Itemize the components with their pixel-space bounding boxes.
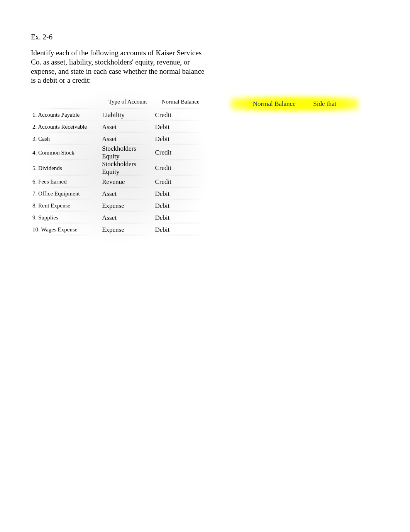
table-header-row: Type of Account Normal Balance [32, 94, 206, 109]
cell-balance: Debit [155, 133, 206, 145]
cell-type: Stockholders Equity [102, 145, 153, 160]
table-row: 10. Wages Expense Expense Debit [32, 224, 206, 236]
header-type: Type of Account [102, 94, 153, 109]
cell-balance: Debit [155, 121, 206, 133]
note-equals: = [303, 100, 307, 108]
cell-balance: Credit [155, 145, 206, 160]
accounts-table: Type of Account Normal Balance 1. Accoun… [31, 94, 208, 236]
cell-account: 4. Common Stock [32, 145, 100, 160]
note-right: Side that [313, 100, 336, 108]
cell-account: 8. Rent Expense [32, 200, 100, 212]
cell-type: Asset [102, 121, 153, 133]
cell-account: 1. Accounts Payable [32, 109, 100, 121]
table-row: 8. Rent Expense Expense Debit [32, 200, 206, 212]
table-row: 3. Cash Asset Debit [32, 133, 206, 145]
cell-account: 3. Cash [32, 133, 100, 145]
cell-account: 6. Fees Earned [32, 176, 100, 188]
table-row: 4. Common Stock Stockholders Equity Cred… [32, 145, 206, 160]
cell-type: Liability [102, 109, 153, 121]
header-balance: Normal Balance [155, 94, 206, 109]
cell-account: 9. Supplies [32, 212, 100, 224]
cell-type: Asset [102, 212, 153, 224]
table-row: 9. Supplies Asset Debit [32, 212, 206, 224]
cell-balance: Debit [155, 212, 206, 224]
cell-balance: Credit [155, 160, 206, 176]
accounts-table-wrap: Type of Account Normal Balance 1. Accoun… [31, 92, 208, 240]
table-row: 1. Accounts Payable Liability Credit [32, 109, 206, 121]
cell-account: 2. Accounts Receivable [32, 121, 100, 133]
table-row: 2. Accounts Receivable Asset Debit [32, 121, 206, 133]
cell-balance: Debit [155, 188, 206, 200]
note-left: Normal Balance [253, 100, 296, 108]
cell-type: Asset [102, 133, 153, 145]
header-account [32, 94, 100, 109]
cell-type: Stockholders Equity [102, 160, 153, 176]
cell-balance: Credit [155, 109, 206, 121]
cell-account: 5. Dividends [32, 160, 100, 176]
cell-type: Revenue [102, 176, 153, 188]
exercise-instructions: Identify each of the following accounts … [31, 48, 208, 85]
cell-account: 7. Office Equipment [32, 188, 100, 200]
table-body: 1. Accounts Payable Liability Credit 2. … [32, 109, 206, 236]
cell-balance: Debit [155, 200, 206, 212]
exercise-content: Ex. 2-6 Identify each of the following a… [31, 33, 208, 240]
cell-type: Asset [102, 188, 153, 200]
cell-account: 10. Wages Expense [32, 224, 100, 236]
table-row: 7. Office Equipment Asset Debit [32, 188, 206, 200]
table-row: 5. Dividends Stockholders Equity Credit [32, 160, 206, 176]
side-note-highlight: Normal Balance = Side that [231, 97, 358, 111]
exercise-title: Ex. 2-6 [31, 33, 208, 41]
cell-type: Expense [102, 224, 153, 236]
cell-type: Expense [102, 200, 153, 212]
cell-balance: Credit [155, 176, 206, 188]
table-row: 6. Fees Earned Revenue Credit [32, 176, 206, 188]
cell-balance: Debit [155, 224, 206, 236]
